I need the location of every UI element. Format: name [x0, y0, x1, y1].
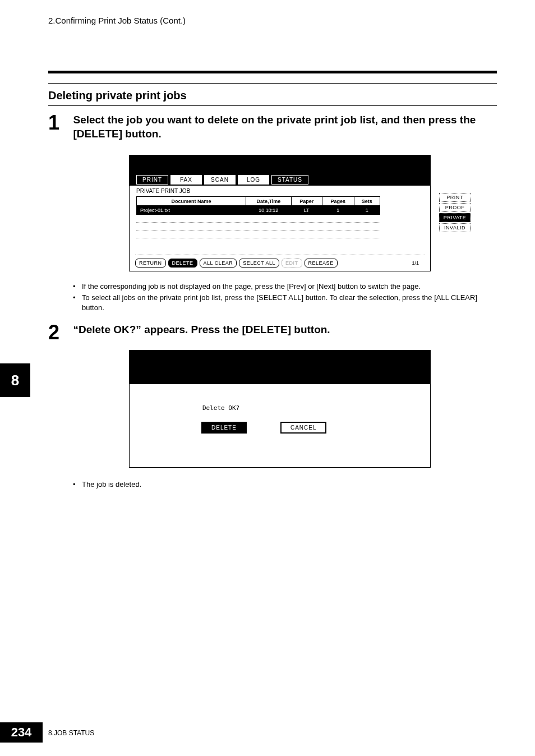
col-paper: Paper: [291, 197, 322, 206]
tab-scan[interactable]: SCAN: [204, 175, 236, 185]
empty-row: [136, 223, 380, 231]
side-private-button[interactable]: PRIVATE: [439, 213, 471, 222]
chapter-tab: 8: [0, 363, 30, 397]
col-datetime: Date,Time: [246, 197, 292, 206]
header-breadcrumb: 2.Confirming Print Job Status (Cont.): [48, 16, 186, 25]
col-sets: Sets: [354, 197, 380, 206]
note-item: If the corresponding job is not displaye…: [72, 282, 497, 292]
confirm-delete-button[interactable]: DELETE: [201, 422, 247, 434]
page-number: 234: [0, 722, 43, 743]
section-title: Deleting private print jobs: [48, 89, 497, 105]
table-header-row: Document Name Date,Time Paper Pages Sets: [137, 197, 380, 206]
release-button[interactable]: RELEASE: [305, 259, 338, 268]
footer-chapter-label: 8.JOB STATUS: [48, 729, 94, 737]
side-invalid-button[interactable]: INVALID: [439, 223, 471, 232]
empty-row: [136, 215, 380, 223]
col-docname: Document Name: [137, 197, 246, 206]
cell-pages: 1: [322, 206, 354, 215]
return-button[interactable]: RETURN: [135, 259, 166, 268]
confirm-text: Delete OK?: [202, 404, 430, 412]
list-title: PRIVATE PRINT JOB: [130, 186, 430, 196]
side-proof-button[interactable]: PROOF: [439, 203, 471, 212]
step-text-2: “Delete OK?” appears. Press the [DELETE]…: [73, 321, 488, 337]
tab-log[interactable]: LOG: [238, 175, 269, 185]
delete-confirm-screenshot: Delete OK? DELETE CANCEL: [129, 350, 431, 468]
step-text-1: Select the job you want to delete on the…: [73, 111, 488, 141]
page-indicator: 1/1: [412, 260, 419, 266]
tab-status[interactable]: STATUS: [271, 175, 308, 185]
job-table: Document Name Date,Time Paper Pages Sets…: [136, 196, 380, 215]
cancel-button[interactable]: CANCEL: [280, 422, 327, 434]
tab-print[interactable]: PRINT: [136, 175, 168, 185]
col-pages: Pages: [322, 197, 354, 206]
tab-fax[interactable]: FAX: [170, 175, 202, 185]
private-print-screenshot: PRINT FAX SCAN LOG STATUS PRIVATE PRINT …: [129, 155, 431, 271]
note-item: The job is deleted.: [72, 480, 497, 490]
side-print-button[interactable]: PRINT: [439, 193, 471, 202]
delete-button[interactable]: DELETE: [168, 259, 197, 268]
step-number-2: 2: [48, 321, 71, 344]
all-clear-button[interactable]: ALL CLEAR: [200, 259, 237, 268]
empty-row: [136, 231, 380, 238]
cell-paper: LT: [291, 206, 322, 215]
select-all-button[interactable]: SELECT ALL: [239, 259, 279, 268]
note-item: To select all jobs on the private print …: [72, 293, 497, 313]
table-row[interactable]: Project-01.txt 10,10:12 LT 1 1: [137, 206, 380, 215]
cell-docname: Project-01.txt: [137, 206, 246, 215]
edit-button[interactable]: EDIT: [282, 259, 302, 268]
shot-header-bar: [130, 351, 430, 384]
cell-sets: 1: [354, 206, 380, 215]
step-number-1: 1: [48, 111, 71, 135]
cell-datetime: 10,10:12: [246, 206, 292, 215]
horizontal-rule: [48, 71, 497, 73]
